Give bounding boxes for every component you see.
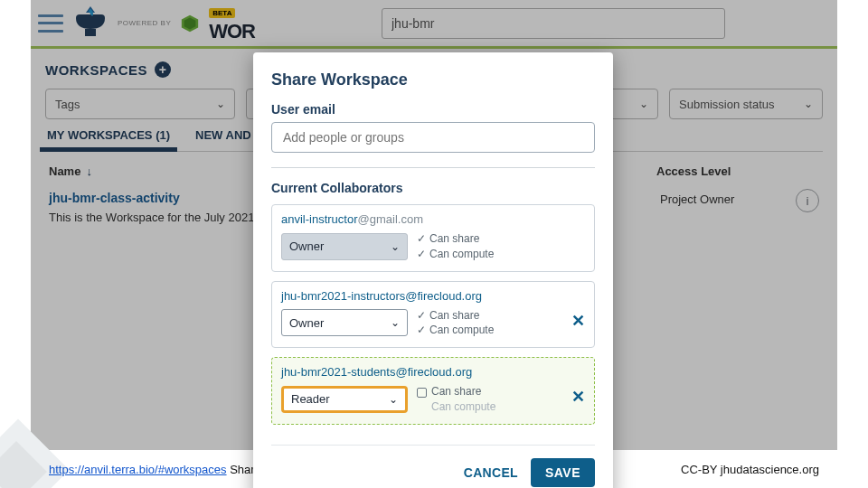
collaborators-label: Current Collaborators	[271, 181, 595, 195]
permissions: Can share Can compute	[417, 384, 495, 415]
collaborator-row: jhu-bmr2021-instructors@firecloud.org Ow…	[271, 281, 595, 349]
collaborator-email: jhu-bmr2021-students@firecloud.org	[281, 365, 585, 379]
can-share-checkbox[interactable]: Can share	[417, 384, 495, 399]
chevron-down-icon: ⌄	[389, 393, 398, 406]
save-button[interactable]: SAVE	[531, 458, 595, 487]
collaborator-row: jhu-bmr2021-students@firecloud.org Reade…	[271, 357, 595, 425]
permissions: ✓Can share ✓Can compute	[417, 308, 494, 339]
collaborator-email: anvil-instructor@gmail.com	[281, 212, 585, 226]
modal-title: Share Workspace	[271, 70, 595, 89]
collaborator-row: anvil-instructor@gmail.com Owner⌄ ✓Can s…	[271, 204, 595, 272]
cancel-button[interactable]: CANCEL	[464, 458, 518, 487]
role-select[interactable]: Reader⌄	[281, 386, 408, 413]
remove-collaborator-button[interactable]: ✕	[571, 387, 585, 407]
role-select[interactable]: Owner⌄	[281, 309, 408, 336]
user-email-input[interactable]	[271, 122, 595, 153]
user-email-label: User email	[271, 102, 595, 117]
permissions: ✓Can share ✓Can compute	[417, 231, 494, 262]
share-workspace-modal: Share Workspace User email Current Colla…	[253, 52, 613, 488]
chevron-down-icon: ⌄	[391, 240, 400, 253]
chevron-down-icon: ⌄	[391, 316, 400, 329]
attribution: CC-BY jhudatascience.org	[681, 463, 819, 476]
collaborator-email: jhu-bmr2021-instructors@firecloud.org	[281, 289, 585, 303]
remove-collaborator-button[interactable]: ✕	[571, 311, 585, 331]
source-link[interactable]: https://anvil.terra.bio/#workspaces	[49, 463, 227, 476]
role-select[interactable]: Owner⌄	[281, 233, 408, 260]
can-compute-disabled: Can compute	[417, 399, 495, 415]
